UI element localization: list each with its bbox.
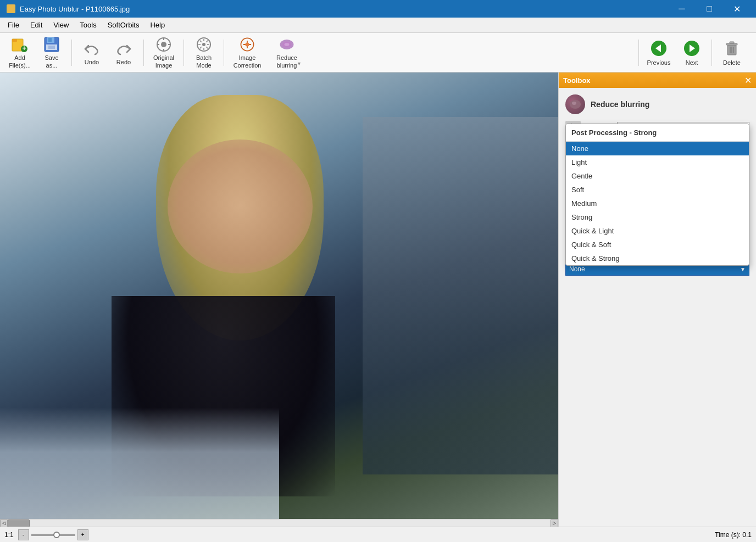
pp-dropdown-container[interactable]: None ▼ Post Processing - Strong None Lig… xyxy=(565,262,749,279)
toolbar-group-file: + Add File(s)... Save as... xyxy=(4,35,67,70)
zoom-controls: - + xyxy=(18,529,88,540)
next-icon xyxy=(682,40,702,58)
image-correction-icon xyxy=(238,36,256,53)
svg-rect-6 xyxy=(48,38,52,42)
svg-point-10 xyxy=(161,42,166,47)
undo-button[interactable]: Undo xyxy=(76,35,107,70)
separator-3 xyxy=(184,40,184,66)
menu-view[interactable]: View xyxy=(48,19,74,31)
batch-mode-icon xyxy=(195,36,213,53)
scroll-right-button[interactable]: ▷ xyxy=(551,519,558,527)
previous-icon xyxy=(649,40,669,58)
add-files-label: Add File(s)... xyxy=(9,54,31,69)
save-as-label: Save as... xyxy=(45,54,58,69)
app-icon xyxy=(7,4,15,13)
next-label: Next xyxy=(686,59,698,66)
toolbox-title: Toolbox xyxy=(563,76,591,85)
original-image-button[interactable]: Original Image xyxy=(148,35,179,70)
tool-icon xyxy=(565,94,585,114)
post-processing-dropdown[interactable]: Post Processing - Strong None Light Gent… xyxy=(565,124,749,266)
svg-rect-1 xyxy=(12,39,17,42)
zoom-out-button[interactable]: - xyxy=(18,529,29,540)
dropdown-option-quick-strong[interactable]: Quick & Strong xyxy=(566,252,749,265)
dropdown-option-quick-soft[interactable]: Quick & Soft xyxy=(566,238,749,252)
menu-edit[interactable]: Edit xyxy=(25,19,48,31)
svg-point-12 xyxy=(202,43,205,46)
title-bar-controls: ─ □ ✕ xyxy=(669,0,749,18)
svg-rect-22 xyxy=(730,42,734,43)
minimize-button[interactable]: ─ xyxy=(669,0,694,18)
reduce-blurring-label: Reduce blurring xyxy=(276,54,297,69)
delete-label: Delete xyxy=(723,59,741,66)
zoom-indicator: 1:1 xyxy=(4,531,14,539)
nav-separator-2 xyxy=(711,40,712,66)
title-bar: Easy Photo Unblur - P1100665.jpg ─ □ ✕ xyxy=(0,0,756,18)
svg-rect-8 xyxy=(48,46,55,49)
dropdown-option-strong[interactable]: Strong xyxy=(566,210,749,224)
svg-point-27 xyxy=(572,102,576,105)
dropdown-option-medium[interactable]: Medium xyxy=(566,197,749,210)
toolbox-header: Toolbox ✕ xyxy=(559,72,756,88)
image-area[interactable] xyxy=(0,72,558,519)
scroll-left-button[interactable]: ◁ xyxy=(0,519,8,527)
add-files-button[interactable]: + Add File(s)... xyxy=(4,35,35,70)
close-button[interactable]: ✕ xyxy=(724,0,749,18)
h-scrollbar[interactable]: ◁ ▷ xyxy=(0,519,558,527)
batch-mode-label: Batch Mode xyxy=(196,54,212,69)
zoom-slider[interactable] xyxy=(31,534,75,536)
toolbox-panel: Toolbox ✕ Reduce blurring xyxy=(558,72,756,527)
undo-icon xyxy=(83,40,101,58)
h-scroll-track[interactable] xyxy=(8,519,551,527)
dropdown-option-quick-light[interactable]: Quick & Light xyxy=(566,224,749,238)
maximize-button[interactable]: □ xyxy=(697,0,722,18)
status-bar: 1:1 - + Time (s): 0.1 xyxy=(0,527,756,542)
h-scroll-thumb[interactable] xyxy=(8,519,30,527)
dropdown-option-gentle[interactable]: Gentle xyxy=(566,169,749,183)
toolbar: + Add File(s)... Save as... xyxy=(0,33,756,72)
batch-mode-button[interactable]: Batch Mode xyxy=(188,35,219,70)
reduce-blurring-icon xyxy=(278,36,296,53)
menu-bar: File Edit View Tools SoftOrbits Help xyxy=(0,18,756,33)
redo-button[interactable]: Redo xyxy=(108,35,139,70)
image-panel: ◁ ▷ xyxy=(0,72,558,527)
original-image-label: Original Image xyxy=(153,54,174,69)
undo-label: Undo xyxy=(85,59,99,65)
dropdown-option-soft[interactable]: Soft xyxy=(566,183,749,197)
menu-tools[interactable]: Tools xyxy=(74,19,102,31)
redo-icon xyxy=(115,40,132,58)
dropdown-option-none[interactable]: None xyxy=(566,142,749,155)
menu-file[interactable]: File xyxy=(2,19,25,31)
tool-header: Reduce blurring xyxy=(565,94,749,114)
tool-name: Reduce blurring xyxy=(591,100,649,109)
time-label: Time (s): 0.1 xyxy=(715,531,752,539)
svg-text:+: + xyxy=(22,44,26,52)
save-icon xyxy=(43,36,60,53)
next-button[interactable]: Next xyxy=(676,35,707,70)
separator-4 xyxy=(224,40,224,66)
nav-separator xyxy=(638,40,639,66)
toolbox-close-button[interactable]: ✕ xyxy=(744,75,752,86)
zoom-thumb[interactable] xyxy=(53,532,60,538)
menu-help[interactable]: Help xyxy=(144,19,170,31)
delete-button[interactable]: Delete xyxy=(716,35,747,70)
pp-current-value: None xyxy=(569,265,740,273)
original-image-icon xyxy=(155,36,173,53)
separator-1 xyxy=(71,40,72,66)
add-files-icon: + xyxy=(11,36,29,53)
title-bar-left: Easy Photo Unblur - P1100665.jpg xyxy=(7,4,130,13)
svg-point-14 xyxy=(245,43,249,47)
previous-button[interactable]: Previous xyxy=(643,35,674,70)
toolbox-content: Reduce blurring Presets Gentle xyxy=(559,88,756,527)
window-title: Easy Photo Unblur - P1100665.jpg xyxy=(20,5,130,13)
redo-label: Redo xyxy=(116,59,131,65)
zoom-in-button[interactable]: + xyxy=(77,529,88,540)
save-as-button[interactable]: Save as... xyxy=(36,35,67,70)
menu-softorbits[interactable]: SoftOrbits xyxy=(102,19,145,31)
image-correction-button[interactable]: Image Correction xyxy=(229,35,266,70)
post-processing-area: 70 None ▼ Post Processing - Strong None … xyxy=(565,248,749,279)
separator-2 xyxy=(143,40,144,66)
svg-point-17 xyxy=(285,43,290,46)
reduce-blurring-button[interactable]: Reduce blurring ▼ xyxy=(268,35,305,70)
dropdown-option-light[interactable]: Light xyxy=(566,155,749,169)
nav-buttons: Previous Next xyxy=(636,35,752,70)
